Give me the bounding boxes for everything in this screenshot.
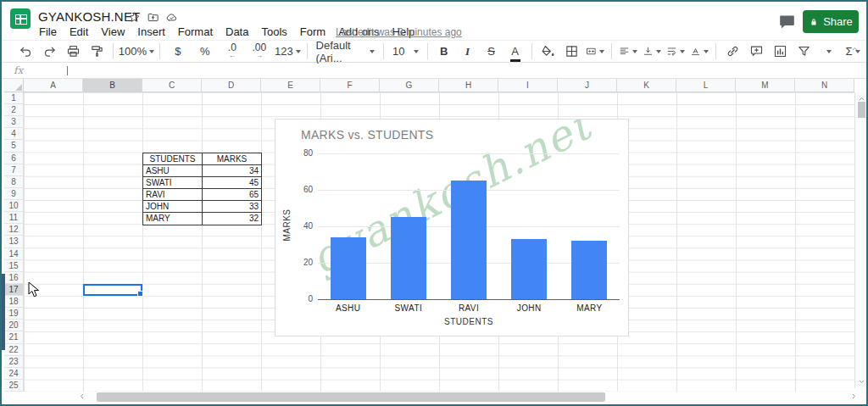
row-header-17[interactable]: 17: [4, 284, 24, 296]
hide-menus-chevron-icon[interactable]: [850, 44, 860, 53]
document-title[interactable]: GYANKOSH.NET: [38, 9, 140, 24]
bar-ravi[interactable]: [451, 181, 487, 299]
select-all-corner[interactable]: [4, 79, 24, 92]
column-header-L[interactable]: L: [676, 79, 736, 92]
row-header-1[interactable]: 1: [4, 92, 24, 104]
scroll-right-icon[interactable]: [849, 392, 859, 401]
comment-history-icon[interactable]: [778, 13, 796, 31]
text-color-button[interactable]: A: [504, 42, 527, 62]
sheets-logo-icon[interactable]: [10, 8, 31, 29]
merge-cells-button[interactable]: [583, 42, 607, 62]
menu-view[interactable]: View: [101, 25, 125, 38]
table-header-students[interactable]: STUDENTS: [143, 153, 203, 164]
horizontal-scrollbar[interactable]: [4, 392, 865, 403]
print-button[interactable]: [61, 42, 85, 62]
row-header-7[interactable]: 7: [4, 164, 24, 176]
last-edit-link[interactable]: Last edit was 3 minutes ago: [336, 26, 462, 38]
cloud-saved-icon[interactable]: [165, 11, 178, 24]
column-header-C[interactable]: C: [142, 79, 202, 92]
row-header-15[interactable]: 15: [4, 260, 24, 272]
row-header-2[interactable]: 2: [4, 104, 24, 116]
student-name-cell[interactable]: MARY: [143, 213, 203, 225]
row-header-3[interactable]: 3: [4, 116, 24, 128]
font-selector[interactable]: Default (Ari...: [312, 42, 380, 62]
row-header-21[interactable]: 21: [4, 331, 24, 343]
column-header-H[interactable]: H: [439, 79, 498, 92]
row-header-9[interactable]: 9: [4, 188, 24, 200]
marks-value-cell[interactable]: 45: [203, 177, 261, 188]
star-icon[interactable]: [128, 11, 141, 24]
horizontal-scrollbar-thumb[interactable]: [97, 392, 605, 402]
selected-cell-B17[interactable]: [83, 284, 142, 296]
marks-value-cell[interactable]: 65: [203, 189, 261, 200]
strikethrough-button[interactable]: S: [480, 42, 504, 62]
row-header-12[interactable]: 12: [4, 224, 24, 236]
formula-bar[interactable]: fx: [2, 64, 866, 79]
row-header-24[interactable]: 24: [4, 368, 24, 380]
bar-john[interactable]: [511, 239, 547, 299]
column-header-N[interactable]: N: [795, 79, 854, 92]
more-formats-button[interactable]: 123: [273, 42, 303, 62]
horizontal-align-button[interactable]: [616, 42, 640, 62]
menu-insert[interactable]: Insert: [137, 25, 165, 38]
row-header-13[interactable]: 13: [4, 236, 24, 247]
column-header-G[interactable]: G: [380, 79, 439, 92]
table-header-marks[interactable]: MARKS: [203, 153, 261, 164]
increase-decimal-button[interactable]: .00→: [246, 42, 273, 62]
column-header-A[interactable]: A: [24, 79, 83, 92]
column-header-J[interactable]: J: [558, 79, 617, 92]
student-name-cell[interactable]: RAVI: [143, 189, 203, 200]
menu-tools[interactable]: Tools: [261, 25, 287, 38]
vertical-scrollbar[interactable]: [854, 92, 867, 388]
text-wrap-button[interactable]: [664, 42, 687, 62]
embedded-chart[interactable]: MARKS vs. STUDENTS gyankosh.net 02040608…: [275, 119, 629, 336]
menu-file[interactable]: File: [39, 25, 57, 38]
row-header-18[interactable]: 18: [4, 296, 24, 308]
redo-button[interactable]: [37, 42, 61, 62]
undo-button[interactable]: [14, 42, 37, 62]
format-percent-button[interactable]: %: [192, 42, 219, 62]
column-header-I[interactable]: I: [498, 79, 558, 92]
menu-edit[interactable]: Edit: [70, 25, 88, 38]
row-header-8[interactable]: 8: [4, 176, 24, 188]
fill-handle[interactable]: [137, 291, 143, 297]
paint-format-button[interactable]: [85, 42, 108, 62]
row-header-19[interactable]: 19: [4, 308, 24, 320]
row-header-4[interactable]: 4: [4, 128, 24, 140]
student-name-cell[interactable]: JOHN: [143, 201, 203, 212]
vertical-scrollbar-thumb[interactable]: [858, 102, 865, 118]
column-header-M[interactable]: M: [736, 79, 795, 92]
move-to-folder-icon[interactable]: [147, 11, 159, 24]
scroll-down-icon[interactable]: [857, 377, 866, 387]
bar-mary[interactable]: [571, 241, 607, 299]
menu-data[interactable]: Data: [225, 25, 248, 38]
row-header-16[interactable]: 16: [4, 272, 24, 284]
marks-table[interactable]: STUDENTSMARKSASHU34SWATI45RAVI65JOHN33MA…: [142, 153, 262, 226]
row-header-14[interactable]: 14: [4, 248, 24, 260]
scroll-left-icon[interactable]: [77, 392, 86, 401]
borders-button[interactable]: [559, 42, 583, 62]
column-header-D[interactable]: D: [202, 79, 261, 92]
row-header-25[interactable]: 25: [4, 380, 24, 392]
column-header-K[interactable]: K: [617, 79, 676, 92]
fill-color-button[interactable]: [536, 42, 559, 62]
marks-value-cell[interactable]: 33: [203, 201, 261, 212]
column-header-E[interactable]: E: [261, 79, 320, 92]
marks-value-cell[interactable]: 34: [203, 165, 261, 176]
text-rotation-button[interactable]: [687, 42, 711, 62]
column-header-B[interactable]: B: [83, 79, 142, 92]
decrease-decimal-button[interactable]: .0←: [219, 42, 246, 62]
row-header-11[interactable]: 11: [4, 212, 24, 224]
marks-value-cell[interactable]: 32: [203, 213, 261, 225]
bar-ashu[interactable]: [331, 237, 366, 299]
vertical-align-button[interactable]: [640, 42, 664, 62]
bold-button[interactable]: B: [432, 42, 456, 62]
menu-form[interactable]: Form: [300, 25, 326, 38]
student-name-cell[interactable]: ASHU: [143, 165, 203, 176]
zoom-selector[interactable]: 100%: [118, 42, 155, 62]
column-header-F[interactable]: F: [320, 79, 380, 92]
insert-chart-button[interactable]: [768, 42, 792, 62]
row-header-10[interactable]: 10: [4, 200, 24, 212]
row-header-22[interactable]: 22: [4, 344, 24, 356]
filter-button[interactable]: [792, 42, 815, 62]
